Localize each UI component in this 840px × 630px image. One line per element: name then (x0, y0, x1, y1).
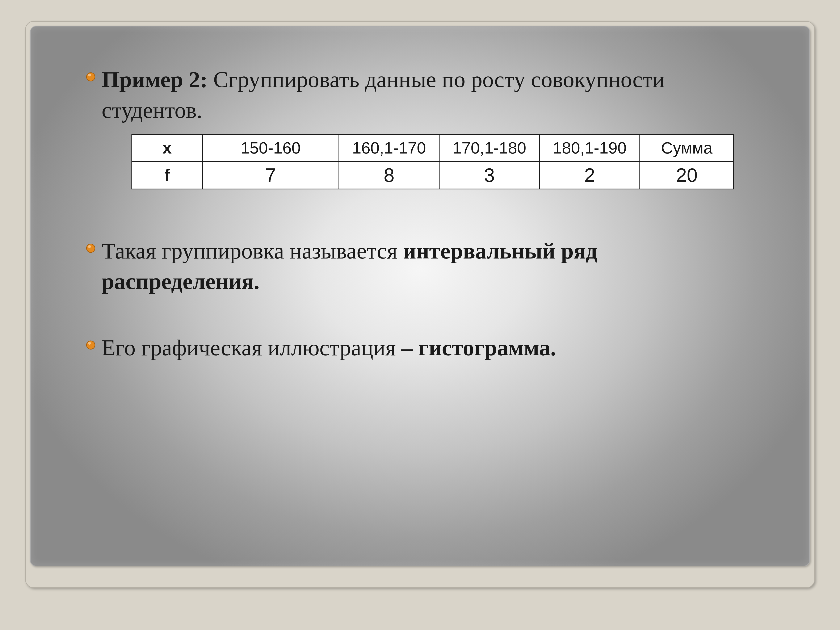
slide: Пример 2: Сгруппировать данные по росту … (30, 26, 810, 566)
slide-outer-frame: Пример 2: Сгруппировать данные по росту … (25, 21, 815, 588)
bullet-item-1: Пример 2: Сгруппировать данные по росту … (90, 64, 750, 126)
table-row: x 150-160 160,1-170 170,1-180 180,1-190 … (132, 134, 734, 162)
bullet-item-3: Его графическая иллюстрация – гистограмм… (90, 332, 750, 363)
svg-point-5 (88, 342, 91, 344)
svg-point-4 (87, 341, 95, 349)
bullet-text-1: Пример 2: Сгруппировать данные по росту … (102, 64, 750, 126)
svg-point-3 (88, 245, 91, 248)
svg-point-0 (87, 73, 95, 81)
frequency-table: x 150-160 160,1-170 170,1-180 180,1-190 … (131, 134, 734, 189)
table-cell: 160,1-170 (339, 134, 439, 162)
row-header-f: f (132, 162, 202, 189)
spacer (90, 305, 750, 332)
bullet-text-2: Такая группировка называется интервальны… (102, 235, 750, 297)
bullet-icon (86, 243, 96, 253)
table-row: f 7 8 3 2 20 (132, 162, 734, 189)
illustration-text: Его графическая иллюстрация (102, 335, 401, 360)
bullet-item-2: Такая группировка называется интервальны… (90, 235, 750, 297)
table-cell-sum-value: 20 (640, 162, 734, 189)
row-header-x: x (132, 134, 202, 162)
bullet-text-3: Его графическая иллюстрация – гистограмм… (102, 332, 556, 363)
bullet-icon (86, 340, 96, 350)
table: x 150-160 160,1-170 170,1-180 180,1-190 … (131, 134, 734, 189)
table-cell: 2 (540, 162, 640, 189)
table-cell-sum-label: Сумма (640, 134, 734, 162)
grouping-text: Такая группировка называется (102, 238, 403, 263)
table-cell: 3 (439, 162, 540, 189)
bullet-icon (86, 72, 96, 82)
table-cell: 8 (339, 162, 439, 189)
table-cell: 7 (202, 162, 339, 189)
table-cell: 180,1-190 (540, 134, 640, 162)
table-cell: 170,1-180 (439, 134, 540, 162)
table-cell: 150-160 (202, 134, 339, 162)
svg-point-1 (88, 74, 91, 76)
histogram-term: – гистограмма. (401, 335, 556, 360)
svg-point-2 (87, 244, 95, 253)
spacer (90, 206, 750, 235)
example-label: Пример 2: (102, 67, 208, 92)
